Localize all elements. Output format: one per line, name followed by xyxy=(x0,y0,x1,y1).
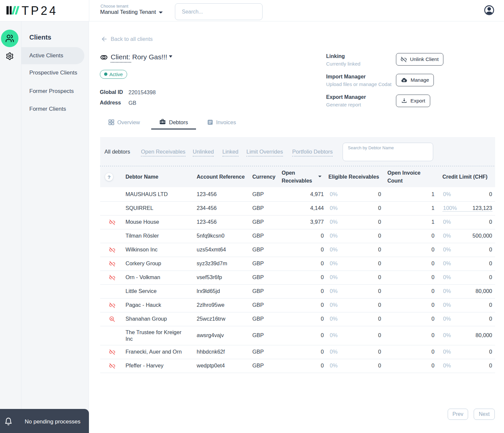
svg-text:TP24: TP24 xyxy=(22,6,58,17)
